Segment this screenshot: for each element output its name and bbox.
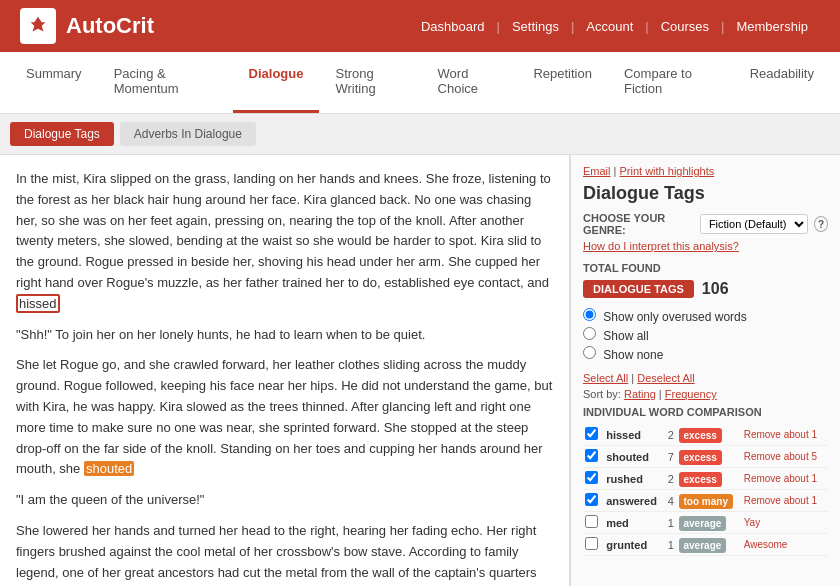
logo-text: AutoCrit [66, 13, 154, 39]
word-name-0: hissed [604, 424, 665, 446]
word-count-1: 7 [665, 446, 676, 468]
word-checkbox-0[interactable] [585, 427, 598, 440]
table-row: answered 4 too many Remove about 1 [583, 490, 828, 512]
tab-repetition[interactable]: Repetition [517, 52, 608, 113]
tab-summary[interactable]: Summary [10, 52, 98, 113]
sort-by-label: Sort by: [583, 388, 621, 400]
remove-btn-0[interactable]: Remove about 1 [742, 424, 828, 446]
nav-membership[interactable]: Membership [724, 19, 820, 34]
word-count-3: 4 [665, 490, 676, 512]
remove-btn-1[interactable]: Remove about 5 [742, 446, 828, 468]
word-badge-0: excess [677, 424, 742, 446]
word-count-0: 2 [665, 424, 676, 446]
table-row: grunted 1 average Awesome [583, 534, 828, 556]
genre-row: CHOOSE YOUR GENRE: Fiction (Default) ? [583, 212, 828, 236]
sub-tabs: Dialogue Tags Adverbs In Dialogue [0, 114, 840, 155]
paragraph-3: She let Rogue go, and she crawled forwar… [16, 355, 553, 480]
word-checkbox-3[interactable] [585, 493, 598, 506]
radio-overused[interactable]: Show only overused words [583, 308, 828, 324]
tab-strong-writing[interactable]: Strong Writing [319, 52, 421, 113]
deselect-all-link[interactable]: Deselect All [637, 372, 694, 384]
panel-links: Email | Print with highlights [583, 165, 828, 177]
nav-dashboard[interactable]: Dashboard [409, 19, 497, 34]
highlight-hissed: hissed [16, 294, 60, 313]
select-row: Select All | Deselect All [583, 372, 828, 384]
radio-none[interactable]: Show none [583, 346, 828, 362]
word-badge-1: excess [677, 446, 742, 468]
nav-account[interactable]: Account [574, 19, 645, 34]
right-panel: Email | Print with highlights Dialogue T… [570, 155, 840, 586]
table-row: rushed 2 excess Remove about 1 [583, 468, 828, 490]
tab-compare[interactable]: Compare to Fiction [608, 52, 734, 113]
header-nav: Dashboard | Settings | Account | Courses… [409, 19, 820, 34]
total-found-row: DIALOGUE TAGS 106 [583, 280, 828, 298]
radio-group: Show only overused words Show all Show n… [583, 308, 828, 362]
word-name-4: med [604, 512, 665, 534]
select-all-link[interactable]: Select All [583, 372, 628, 384]
paragraph-1: In the mist, Kira slipped on the grass, … [16, 169, 553, 315]
nav-courses[interactable]: Courses [649, 19, 721, 34]
word-name-1: shouted [604, 446, 665, 468]
table-row: med 1 average Yay [583, 512, 828, 534]
sub-tab-adverbs[interactable]: Adverbs In Dialogue [120, 122, 256, 146]
sort-frequency-link[interactable]: Frequency [665, 388, 717, 400]
sort-rating-link[interactable]: Rating [624, 388, 656, 400]
word-checkbox-1[interactable] [585, 449, 598, 462]
word-name-5: grunted [604, 534, 665, 556]
tab-word-choice[interactable]: Word Choice [422, 52, 518, 113]
header: AutoCrit Dashboard | Settings | Account … [0, 0, 840, 52]
word-badge-4: average [677, 512, 742, 534]
word-badge-5: average [677, 534, 742, 556]
word-badge-2: excess [677, 468, 742, 490]
word-count-2: 2 [665, 468, 676, 490]
comparison-header: INDIVIDUAL WORD COMPARISON [583, 406, 828, 418]
word-checkbox-2[interactable] [585, 471, 598, 484]
how-link[interactable]: How do I interpret this analysis? [583, 240, 828, 252]
word-table: hissed 2 excess Remove about 1 shouted 7… [583, 424, 828, 556]
paragraph-2: "Shh!" To join her on her lonely hunts, … [16, 325, 553, 346]
word-count-5: 1 [665, 534, 676, 556]
panel-title: Dialogue Tags [583, 183, 828, 204]
dialogue-tags-badge: DIALOGUE TAGS [583, 280, 694, 298]
help-icon[interactable]: ? [814, 216, 828, 232]
tab-dialogue[interactable]: Dialogue [233, 52, 320, 113]
main-tabs: Summary Pacing & Momentum Dialogue Stron… [0, 52, 840, 114]
remove-btn-3[interactable]: Remove about 1 [742, 490, 828, 512]
remove-btn-4[interactable]: Yay [742, 512, 828, 534]
text-panel[interactable]: In the mist, Kira slipped on the grass, … [0, 155, 570, 586]
main-content: In the mist, Kira slipped on the grass, … [0, 155, 840, 586]
word-name-3: answered [604, 490, 665, 512]
nav-settings[interactable]: Settings [500, 19, 571, 34]
sort-row: Sort by: Rating | Frequency [583, 388, 828, 400]
total-found-label: TOTAL FOUND [583, 262, 828, 274]
table-row: hissed 2 excess Remove about 1 [583, 424, 828, 446]
word-checkbox-4[interactable] [585, 515, 598, 528]
logo-icon [20, 8, 56, 44]
genre-label: CHOOSE YOUR GENRE: [583, 212, 694, 236]
table-row: shouted 7 excess Remove about 5 [583, 446, 828, 468]
genre-select[interactable]: Fiction (Default) [700, 214, 808, 234]
sub-tab-dialogue-tags[interactable]: Dialogue Tags [10, 122, 114, 146]
highlight-shouted: shouted [84, 461, 134, 476]
tab-pacing[interactable]: Pacing & Momentum [98, 52, 233, 113]
remove-btn-2[interactable]: Remove about 1 [742, 468, 828, 490]
print-link[interactable]: Print with highlights [620, 165, 715, 177]
radio-all[interactable]: Show all [583, 327, 828, 343]
remove-btn-5[interactable]: Awesome [742, 534, 828, 556]
word-count-4: 1 [665, 512, 676, 534]
word-badge-3: too many [677, 490, 742, 512]
paragraph-5: She lowered her hands and turned her hea… [16, 521, 553, 586]
email-link[interactable]: Email [583, 165, 611, 177]
paragraph-4: "I am the queen of the universe!" [16, 490, 553, 511]
total-count: 106 [702, 280, 729, 298]
word-checkbox-5[interactable] [585, 537, 598, 550]
tab-readability[interactable]: Readability [734, 52, 830, 113]
word-name-2: rushed [604, 468, 665, 490]
